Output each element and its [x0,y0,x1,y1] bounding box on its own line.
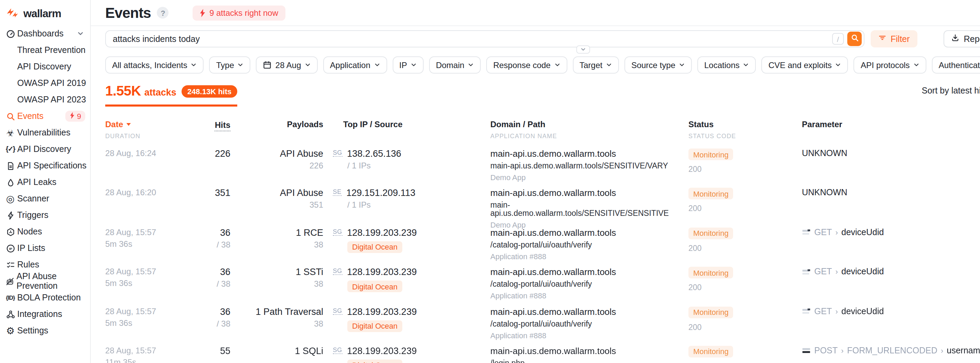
search-input[interactable] [113,34,832,44]
column-header-hits[interactable]: Hits [215,120,231,131]
event-row[interactable]: 28 Aug, 15:575m 36s36/ 381 RCE38SG128.19… [105,226,980,265]
download-icon [951,34,960,44]
sidebar-item-label: Settings [17,326,48,336]
column-header-date[interactable]: Date [105,119,181,129]
main-content: Events ? 9 attacks right now / Filter Re… [91,0,980,363]
event-domain-cell: main-api.us.demo.wallarm.tools/catalog-p… [490,226,689,265]
bolt-fill-icon [70,112,75,120]
help-icon[interactable]: ? [157,7,169,19]
event-date: 28 Aug, 15:57 [105,228,181,237]
filter-chip-application[interactable]: Application [323,56,387,73]
event-domain-cell: main-api.us.demo.wallarm.tools/catalog-p… [490,304,689,344]
sidebar-item-ip-lists[interactable]: IPIP Lists [0,240,90,256]
sidebar-item-rules[interactable]: Rules [0,256,90,273]
filter-chip-label: IP [399,60,407,70]
event-status-cell: Monitoring200 [689,186,802,229]
sidebar-item-owasp-api-2023[interactable]: OWASP API 2023 [0,91,90,108]
event-top-ip[interactable]: 128.199.203.239 [347,306,417,317]
collapse-filters-button[interactable] [576,45,590,54]
sidebar-item-integrations[interactable]: Integrations [0,306,90,322]
sidebar-item-vulnerabilities[interactable]: ☣Vulnerabilities [0,124,90,141]
sidebar-item-label: IP Lists [17,244,45,253]
filter-chip-ip[interactable]: IP [392,56,424,73]
sidebar-item-api-discovery[interactable]: API Discovery [0,59,90,75]
event-domain[interactable]: main-api.us.demo.wallarm.tools [490,228,689,238]
filter-chip-target[interactable]: Target [573,56,619,73]
event-domain[interactable]: main-api.us.demo.wallarm.tools [490,346,689,356]
search-button[interactable] [847,32,862,46]
event-row[interactable]: 28 Aug, 15:5711m 35s551 SQLiSG128.199.20… [105,344,980,363]
event-domain[interactable]: main-api.us.demo.wallarm.tools [490,267,689,277]
sidebar-item-label: Rules [17,260,39,269]
sidebar-item-bola-protection[interactable]: {ID}BOLA Protection [0,290,90,306]
status-badge: Monitoring [689,346,733,358]
id-braces-icon: {ID} [5,295,15,301]
sidebar-item-settings[interactable]: ⚙Settings [0,322,90,339]
chevron-down-icon [679,62,685,68]
event-ip-cell: SG128.199.203.239Digital Ocean [323,304,490,344]
filter-chip-label: CVE and exploits [768,60,832,70]
event-hits: 36 [181,228,231,238]
search-bar[interactable]: / [105,30,864,48]
chevron-down-icon [410,62,417,68]
wallarm-logo[interactable]: wallarm [0,6,90,25]
live-attacks-badge: 9 [65,111,85,122]
filter-chip-type[interactable]: Type [209,56,251,73]
event-hits-cell: 36/ 38 [181,226,231,265]
event-top-ip[interactable]: 128.199.203.239 [347,346,417,356]
attacks-alert-badge[interactable]: 9 attacks right now [193,5,285,20]
event-duration: 11m 35s [105,358,181,363]
sidebar-item-label: API Leaks [17,177,56,187]
event-row[interactable]: 28 Aug, 16:20351API Abuse351SE129.151.20… [105,186,980,226]
country-code-badge: SG [333,347,342,354]
event-path: /catalog-portal/ui/oauth/verify [490,240,689,249]
sidebar-item-threat-prevention[interactable]: Threat Prevention [0,42,90,59]
filter-chip-domain[interactable]: Domain [429,56,481,73]
filter-chip-source-type[interactable]: Source type [624,56,692,73]
event-date: 28 Aug, 15:57 [105,267,181,276]
sidebar-item-api-leaks[interactable]: API Leaks [0,174,90,190]
event-row[interactable]: 28 Aug, 15:575m 36s36/ 381 SSTi38SG128.1… [105,265,980,304]
filter-chip-label: Target [579,60,603,70]
sidebar-item-owasp-api-2019[interactable]: OWASP API 2019 [0,75,90,91]
sidebar-item-triggers[interactable]: Triggers [0,207,90,223]
event-ip-cell: SG128.199.203.239Digital Ocean [323,344,490,363]
filter-chip-28-aug[interactable]: 28 Aug [256,56,318,73]
sidebar-item-api-abuse-prevention[interactable]: API Abuse Prevention [0,273,90,290]
event-top-ip[interactable]: 128.199.203.239 [347,228,417,238]
filter-chip-cve-and-exploits[interactable]: CVE and exploits [762,56,848,73]
event-top-ip[interactable]: 129.151.209.113 [346,188,415,198]
event-payload-type: 1 SQLi [231,346,323,356]
sidebar-item-label: OWASP API 2019 [17,78,86,88]
event-domain[interactable]: main-api.us.demo.wallarm.tools [490,306,689,317]
filter-chip-authentication[interactable]: Authentication [932,56,980,73]
filter-chip-api-protocols[interactable]: API protocols [854,56,926,73]
report-button-label: Report [964,34,980,44]
source-ip-count: / 1 IPs [347,201,490,210]
country-code-badge: SE [333,189,342,196]
filter-button[interactable]: Filter [871,30,917,48]
event-top-ip[interactable]: 128.199.203.239 [347,267,417,277]
event-top-ip[interactable]: 138.2.65.136 [347,148,401,159]
sidebar-item-api-discovery[interactable]: {✓}API Discovery [0,141,90,158]
sidebar-item-label: API Abuse Prevention [16,272,90,291]
filter-chip-label: Response code [493,60,550,70]
event-duration: 5m 36s [105,318,181,328]
report-button[interactable]: Report [944,30,980,48]
event-row[interactable]: 28 Aug, 16:24226API Abuse226SG138.2.65.1… [105,146,980,186]
sidebar-item-events[interactable]: Events9 [0,108,90,124]
event-domain[interactable]: main-api.us.demo.wallarm.tools [490,148,689,159]
filter-chip-all-attacks-incidents[interactable]: All attacks, Incidents [105,56,204,73]
sidebar-item-dashboards[interactable]: Dashboards [0,25,90,42]
event-row[interactable]: 28 Aug, 15:575m 36s36/ 381 Path Traversa… [105,304,980,344]
sidebar-item-api-specifications[interactable]: API Specifications [0,158,90,174]
event-domain[interactable]: main-api.us.demo.wallarm.tools [490,188,689,198]
filter-chip-locations[interactable]: Locations [697,56,756,73]
filter-chip-response-code[interactable]: Response code [486,56,567,73]
sidebar-item-scanner[interactable]: ◎Scanner [0,190,90,207]
droplet-icon [5,178,15,187]
country-code-badge: SG [333,307,342,315]
sidebar-item-nodes[interactable]: Nodes [0,223,90,240]
attacks-tab[interactable]: 1.55K attacks 248.13K hits [105,83,237,107]
event-date: 28 Aug, 16:20 [105,188,181,197]
